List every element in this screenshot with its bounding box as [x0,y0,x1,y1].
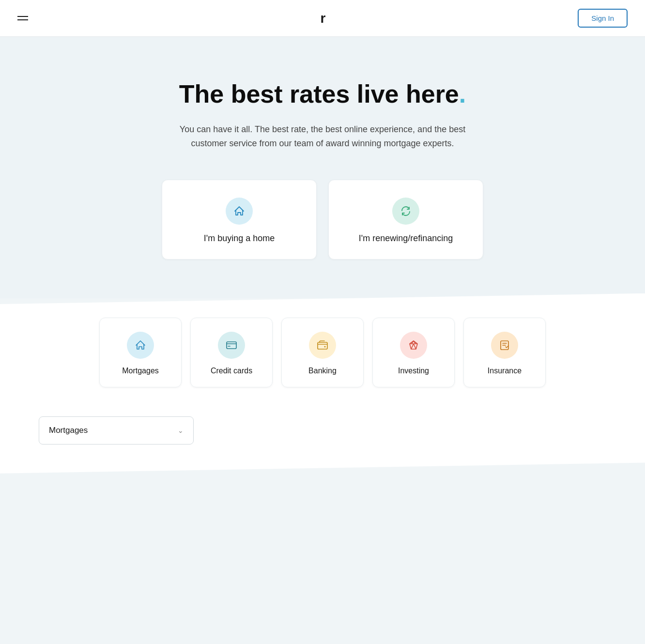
refresh-icon [392,198,419,225]
dropdown-value: Mortgages [49,426,88,435]
category-mortgages-label: Mortgages [122,367,159,375]
option-cards: I'm buying a home I'm renewing/refinanci… [19,180,626,260]
category-card-investing[interactable]: Investing [372,318,455,387]
category-dropdown[interactable]: Mortgages ⌄ [39,416,194,445]
category-grid: Mortgages Credit cards [61,318,584,387]
category-card-banking[interactable]: Banking [281,318,364,387]
svg-line-8 [411,344,414,349]
hero-dot: . [459,80,466,108]
credit-card-icon [218,332,245,359]
svg-line-9 [414,344,416,349]
option-card-renewing[interactable]: I'm renewing/refinancing [328,180,483,260]
svg-marker-5 [410,341,417,349]
category-investing-label: Investing [398,367,429,375]
wallet-icon [309,332,336,359]
dropdown-wrap: Mortgages ⌄ [39,416,194,445]
option-card-renewing-label: I'm renewing/refinancing [359,233,453,244]
hamburger-menu[interactable] [17,16,28,20]
chevron-down-icon: ⌄ [178,427,184,434]
category-banking-label: Banking [308,367,337,375]
hero-title: The best rates live here. [19,80,626,108]
hero-section: The best rates live here. You can have i… [0,37,645,298]
category-card-insurance[interactable]: Insurance [463,318,546,387]
category-card-credit-cards[interactable]: Credit cards [190,318,273,387]
svg-rect-0 [227,342,236,349]
diamond-icon [400,332,427,359]
category-card-mortgages[interactable]: Mortgages [99,318,182,387]
option-card-buying-label: I'm buying a home [204,233,275,244]
navigation: r Sign In [0,0,645,37]
hero-subtitle: You can have it all. The best rate, the … [172,123,473,151]
category-section: Mortgages Credit cards [0,293,645,474]
svg-rect-3 [318,342,327,349]
logo[interactable]: r [321,11,325,26]
home-icon [226,198,253,225]
document-icon [491,332,518,359]
svg-point-4 [324,346,326,347]
category-credit-cards-label: Credit cards [211,367,252,375]
option-card-buying[interactable]: I'm buying a home [162,180,317,260]
sign-in-button[interactable]: Sign In [578,9,628,28]
home-small-icon [127,332,154,359]
category-insurance-label: Insurance [488,367,522,375]
